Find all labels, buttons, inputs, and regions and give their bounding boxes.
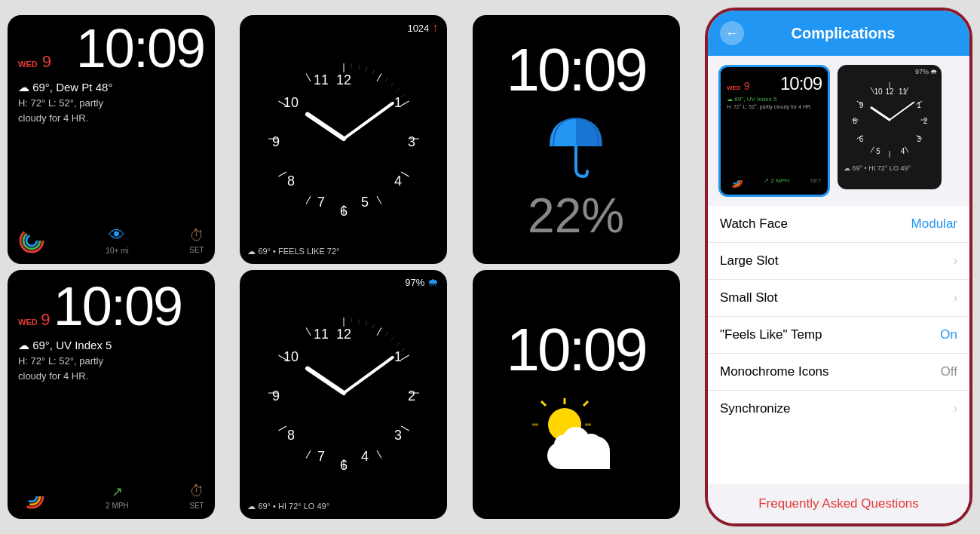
pw2-analog-clock: 12 1 2 3 4 5 6 8 9 10 11: [848, 78, 931, 161]
svg-text:11: 11: [314, 72, 329, 87]
wf1-weather: ☁ 69°, Dew Pt 48°: [18, 80, 204, 95]
watch-face-1: WED 9 10:09 ☁ 69°, Dew Pt 48° H: 72° L: …: [8, 15, 215, 264]
settings-row-largeslot[interactable]: Large Slot ›: [708, 243, 969, 280]
wf1-weather-sub2: cloudy for 4 HR.: [18, 112, 204, 125]
svg-line-17: [366, 66, 367, 71]
wf3-time: 10:09: [507, 35, 646, 105]
settings-row-watchface[interactable]: Watch Face Modular: [708, 206, 969, 243]
settings-row-smallslot[interactable]: Small Slot ›: [708, 280, 969, 317]
settings-row-synchronize[interactable]: Synchronize ›: [708, 391, 969, 427]
preview-watch-2[interactable]: 97% 🌧: [838, 65, 942, 189]
wf2-weather-text: ☁ 69° • FEELS LIKE 72°: [247, 247, 339, 256]
wf4-day: WED: [18, 318, 38, 327]
large-slot-chevron-icon: ›: [954, 254, 957, 268]
svg-text:8: 8: [287, 173, 295, 189]
pw1-time: 10:09: [780, 73, 822, 94]
settings-label-synchronize: Synchronize: [720, 401, 791, 416]
phone-header: ← Complications: [708, 11, 969, 56]
wf5-bottom-weather: ☁ 69° • HI 72° LO 49°: [240, 497, 447, 519]
svg-line-78: [541, 401, 546, 406]
wf1-bottom-left: 10+ mi: [106, 247, 128, 255]
panel-title: Complications: [753, 25, 933, 42]
pw1-weather: ☁ 69°, UV Index 5: [727, 96, 822, 103]
svg-text:2: 2: [408, 388, 415, 404]
timer-icon-1: ⏱: [189, 227, 204, 244]
wf2-clock-container: 12 1 3 4 5 6 7 8 9 10 11: [240, 35, 447, 242]
back-button[interactable]: ←: [720, 21, 744, 45]
svg-text:7: 7: [317, 449, 325, 464]
settings-row-monochrome[interactable]: Monochrome Icons Off: [708, 354, 969, 391]
phone-panel: ← Complications WED 9 10:09 ☁ 69°, UV In…: [705, 8, 972, 526]
svg-line-16: [358, 65, 359, 69]
svg-point-86: [554, 434, 575, 456]
back-arrow-icon: ←: [725, 26, 739, 41]
svg-point-89: [732, 177, 739, 184]
faq-text[interactable]: Frequently Asked Questions: [758, 496, 919, 511]
wf5-battery: 97%: [405, 277, 424, 288]
watch-previews-container: WED 9 10:09 ☁ 69°, UV Index 5 H: 72° L: …: [708, 56, 969, 206]
svg-line-20: [391, 82, 394, 85]
svg-text:1: 1: [394, 349, 402, 364]
watch-face-3: 10:09 22%: [473, 15, 680, 264]
watch-grid: WED 9 10:09 ☁ 69°, Dew Pt 48° H: 72° L: …: [8, 15, 699, 519]
svg-line-42: [401, 355, 409, 360]
preview-watch-1[interactable]: WED 9 10:09 ☁ 69°, UV Index 5 H: 72° L: …: [718, 65, 830, 197]
svg-line-52: [351, 318, 352, 322]
settings-label-watchface: Watch Face: [720, 216, 788, 232]
svg-line-51: [306, 327, 311, 335]
wf4-bottom-right: SET: [189, 502, 204, 510]
pw2-bottom-weather: ☁ 69° • HI 72° LO 49°: [838, 161, 942, 176]
svg-text:6: 6: [859, 135, 864, 143]
synchronize-chevron-icon: ›: [954, 402, 957, 416]
pw1-day: WED: [727, 84, 741, 91]
svg-line-4: [377, 73, 381, 81]
watch-face-4: WED 9 10:09 ☁ 69°, UV Index 5 H: 72° L: …: [8, 270, 215, 519]
svg-line-95: [905, 147, 909, 153]
svg-line-18: [372, 69, 374, 73]
wf2-bottom-weather: ☁ 69° • FEELS LIKE 72°: [240, 242, 447, 264]
faq-row[interactable]: Frequently Asked Questions: [708, 484, 969, 523]
settings-label-monochrome: Monochrome Icons: [720, 364, 829, 379]
svg-text:4: 4: [361, 449, 369, 464]
wf5-clock-container: 12 1 2 3 4 6 7 8 9 10 11: [240, 288, 447, 497]
wf6-time: 10:09: [507, 315, 646, 385]
pw2-rain-icon: 🌧: [930, 68, 937, 75]
svg-line-14: [306, 73, 311, 81]
svg-line-113: [871, 108, 890, 120]
svg-line-58: [397, 342, 400, 345]
svg-text:6: 6: [340, 458, 348, 473]
settings-row-feelstemp[interactable]: "Feels Like" Temp On: [708, 317, 969, 354]
svg-line-34: [308, 114, 344, 138]
wf4-weather: ☁ 69°, UV Index 5: [18, 338, 204, 353]
svg-line-15: [351, 63, 352, 68]
svg-line-10: [306, 196, 311, 204]
pw1-set: SET: [810, 177, 822, 184]
svg-line-11: [278, 172, 286, 176]
svg-point-2: [26, 235, 37, 246]
wf1-date: 9: [42, 52, 51, 72]
wf1-day: WED: [18, 60, 38, 69]
svg-text:4: 4: [901, 147, 905, 155]
rain-icon-5: 🌧: [427, 276, 438, 288]
settings-list: Watch Face Modular Large Slot › Small Sl…: [708, 206, 969, 484]
svg-line-48: [278, 426, 286, 431]
wf5-weather-text: ☁ 69° • HI 72° LO 49°: [247, 502, 329, 511]
svg-line-47: [306, 450, 311, 458]
wf1-time: 10:09: [76, 21, 204, 75]
timer-icon-4: ⏱: [189, 483, 204, 500]
svg-line-21: [397, 88, 400, 91]
svg-text:1: 1: [394, 95, 402, 110]
svg-text:12: 12: [336, 72, 351, 87]
svg-text:3: 3: [408, 134, 415, 149]
wf2-pressure: 1024: [407, 23, 429, 34]
svg-text:10: 10: [874, 87, 883, 96]
svg-line-7: [401, 172, 409, 176]
settings-value-watchface: Modular: [911, 216, 957, 232]
svg-text:4: 4: [394, 173, 402, 189]
svg-line-56: [385, 332, 388, 336]
settings-label-largeslot: Large Slot: [720, 253, 779, 269]
wf4-time: 10:09: [54, 276, 182, 336]
svg-text:10: 10: [283, 349, 299, 364]
pw1-speed: ↗ 2 MPH: [764, 177, 789, 184]
wf4-bottom-left: 2 MPH: [106, 502, 129, 510]
